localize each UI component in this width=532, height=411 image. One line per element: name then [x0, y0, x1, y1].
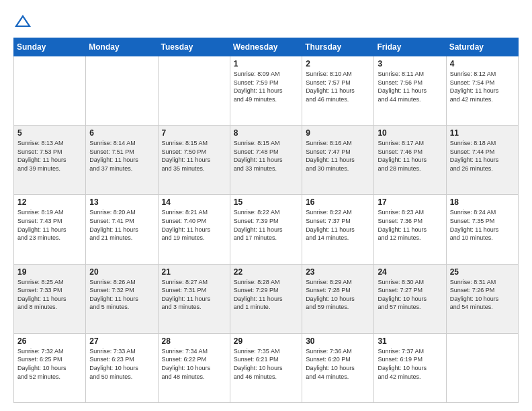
- calendar-day-17: 17Sunrise: 8:23 AM Sunset: 7:36 PM Dayli…: [374, 195, 446, 264]
- weekday-header-thursday: Thursday: [302, 38, 374, 56]
- day-info: Sunrise: 8:22 AM Sunset: 7:37 PM Dayligh…: [306, 208, 370, 242]
- day-info: Sunrise: 8:15 AM Sunset: 7:50 PM Dayligh…: [162, 139, 226, 173]
- day-info: Sunrise: 7:35 AM Sunset: 6:21 PM Dayligh…: [234, 347, 298, 381]
- calendar-table: SundayMondayTuesdayWednesdayThursdayFrid…: [13, 38, 519, 403]
- empty-cell: [158, 56, 230, 126]
- calendar-day-8: 8Sunrise: 8:15 AM Sunset: 7:48 PM Daylig…: [230, 126, 302, 195]
- day-number: 18: [450, 197, 515, 207]
- calendar-week-row-3: 12Sunrise: 8:19 AM Sunset: 7:43 PM Dayli…: [14, 195, 519, 264]
- day-info: Sunrise: 8:09 AM Sunset: 7:59 PM Dayligh…: [234, 70, 298, 103]
- day-info: Sunrise: 8:27 AM Sunset: 7:31 PM Dayligh…: [162, 278, 226, 312]
- day-info: Sunrise: 8:28 AM Sunset: 7:29 PM Dayligh…: [234, 278, 298, 312]
- calendar-day-22: 22Sunrise: 8:28 AM Sunset: 7:29 PM Dayli…: [230, 264, 302, 333]
- weekday-header-monday: Monday: [86, 38, 158, 56]
- logo: [13, 12, 35, 31]
- calendar-day-10: 10Sunrise: 8:17 AM Sunset: 7:46 PM Dayli…: [374, 126, 446, 195]
- day-number: 23: [306, 267, 370, 277]
- day-info: Sunrise: 8:12 AM Sunset: 7:54 PM Dayligh…: [450, 70, 515, 103]
- day-number: 8: [234, 128, 298, 138]
- day-info: Sunrise: 8:10 AM Sunset: 7:57 PM Dayligh…: [306, 70, 370, 103]
- day-number: 9: [306, 128, 370, 138]
- day-info: Sunrise: 8:20 AM Sunset: 7:41 PM Dayligh…: [89, 208, 154, 242]
- calendar-day-16: 16Sunrise: 8:22 AM Sunset: 7:37 PM Dayli…: [302, 195, 374, 264]
- day-info: Sunrise: 8:21 AM Sunset: 7:40 PM Dayligh…: [162, 208, 226, 242]
- day-number: 21: [162, 267, 226, 277]
- calendar-day-28: 28Sunrise: 7:34 AM Sunset: 6:22 PM Dayli…: [158, 333, 230, 402]
- day-info: Sunrise: 8:14 AM Sunset: 7:51 PM Dayligh…: [89, 139, 154, 173]
- day-number: 3: [378, 59, 442, 68]
- day-number: 5: [17, 128, 82, 138]
- day-number: 16: [306, 197, 370, 207]
- day-info: Sunrise: 8:19 AM Sunset: 7:43 PM Dayligh…: [17, 208, 82, 242]
- day-info: Sunrise: 8:13 AM Sunset: 7:53 PM Dayligh…: [17, 139, 82, 173]
- calendar-day-6: 6Sunrise: 8:14 AM Sunset: 7:51 PM Daylig…: [86, 126, 158, 195]
- day-number: 17: [378, 197, 442, 207]
- calendar-day-4: 4Sunrise: 8:12 AM Sunset: 7:54 PM Daylig…: [446, 56, 518, 126]
- day-number: 6: [89, 128, 154, 138]
- day-number: 30: [306, 336, 370, 346]
- day-number: 19: [17, 267, 82, 277]
- calendar-day-21: 21Sunrise: 8:27 AM Sunset: 7:31 PM Dayli…: [158, 264, 230, 333]
- day-info: Sunrise: 8:16 AM Sunset: 7:47 PM Dayligh…: [306, 139, 370, 173]
- day-info: Sunrise: 8:22 AM Sunset: 7:39 PM Dayligh…: [234, 208, 298, 242]
- day-number: 29: [234, 336, 298, 346]
- calendar-day-9: 9Sunrise: 8:16 AM Sunset: 7:47 PM Daylig…: [302, 126, 374, 195]
- day-info: Sunrise: 7:34 AM Sunset: 6:22 PM Dayligh…: [162, 347, 226, 381]
- day-number: 20: [89, 267, 154, 277]
- calendar-day-2: 2Sunrise: 8:10 AM Sunset: 7:57 PM Daylig…: [302, 56, 374, 126]
- day-number: 31: [378, 336, 442, 346]
- weekday-header-saturday: Saturday: [446, 38, 518, 56]
- day-info: Sunrise: 8:18 AM Sunset: 7:44 PM Dayligh…: [450, 139, 515, 173]
- day-number: 15: [234, 197, 298, 207]
- header: [13, 12, 519, 31]
- day-info: Sunrise: 7:32 AM Sunset: 6:25 PM Dayligh…: [17, 347, 82, 381]
- day-number: 2: [306, 59, 370, 68]
- day-info: Sunrise: 8:17 AM Sunset: 7:46 PM Dayligh…: [378, 139, 442, 173]
- calendar-day-14: 14Sunrise: 8:21 AM Sunset: 7:40 PM Dayli…: [158, 195, 230, 264]
- day-info: Sunrise: 8:24 AM Sunset: 7:35 PM Dayligh…: [450, 208, 515, 242]
- day-info: Sunrise: 7:33 AM Sunset: 6:23 PM Dayligh…: [89, 347, 154, 381]
- calendar-day-30: 30Sunrise: 7:36 AM Sunset: 6:20 PM Dayli…: [302, 333, 374, 402]
- day-number: 26: [17, 336, 82, 346]
- day-number: 11: [450, 128, 515, 138]
- calendar-week-row-2: 5Sunrise: 8:13 AM Sunset: 7:53 PM Daylig…: [14, 126, 519, 195]
- day-number: 13: [89, 197, 154, 207]
- day-number: 7: [162, 128, 226, 138]
- day-number: 12: [17, 197, 82, 207]
- day-number: 24: [378, 267, 442, 277]
- calendar-day-25: 25Sunrise: 8:31 AM Sunset: 7:26 PM Dayli…: [446, 264, 518, 333]
- calendar-day-31: 31Sunrise: 7:37 AM Sunset: 6:19 PM Dayli…: [374, 333, 446, 402]
- calendar-day-23: 23Sunrise: 8:29 AM Sunset: 7:28 PM Dayli…: [302, 264, 374, 333]
- day-info: Sunrise: 7:37 AM Sunset: 6:19 PM Dayligh…: [378, 347, 442, 381]
- page: SundayMondayTuesdayWednesdayThursdayFrid…: [0, 0, 532, 411]
- calendar-day-24: 24Sunrise: 8:30 AM Sunset: 7:27 PM Dayli…: [374, 264, 446, 333]
- day-info: Sunrise: 8:26 AM Sunset: 7:32 PM Dayligh…: [89, 278, 154, 312]
- day-number: 28: [162, 336, 226, 346]
- calendar-day-3: 3Sunrise: 8:11 AM Sunset: 7:56 PM Daylig…: [374, 56, 446, 126]
- day-number: 25: [450, 267, 515, 277]
- day-number: 10: [378, 128, 442, 138]
- calendar-day-12: 12Sunrise: 8:19 AM Sunset: 7:43 PM Dayli…: [14, 195, 86, 264]
- calendar-day-27: 27Sunrise: 7:33 AM Sunset: 6:23 PM Dayli…: [86, 333, 158, 402]
- day-info: Sunrise: 8:30 AM Sunset: 7:27 PM Dayligh…: [378, 278, 442, 312]
- calendar-day-5: 5Sunrise: 8:13 AM Sunset: 7:53 PM Daylig…: [14, 126, 86, 195]
- day-number: 1: [234, 59, 298, 68]
- day-number: 14: [162, 197, 226, 207]
- calendar-day-11: 11Sunrise: 8:18 AM Sunset: 7:44 PM Dayli…: [446, 126, 518, 195]
- calendar-week-row-4: 19Sunrise: 8:25 AM Sunset: 7:33 PM Dayli…: [14, 264, 519, 333]
- calendar-week-row-1: 1Sunrise: 8:09 AM Sunset: 7:59 PM Daylig…: [14, 56, 519, 126]
- weekday-header-tuesday: Tuesday: [158, 38, 230, 56]
- day-info: Sunrise: 8:29 AM Sunset: 7:28 PM Dayligh…: [306, 278, 370, 312]
- weekday-header-friday: Friday: [374, 38, 446, 56]
- weekday-header-wednesday: Wednesday: [230, 38, 302, 56]
- calendar-day-15: 15Sunrise: 8:22 AM Sunset: 7:39 PM Dayli…: [230, 195, 302, 264]
- empty-cell: [14, 56, 86, 126]
- day-info: Sunrise: 8:31 AM Sunset: 7:26 PM Dayligh…: [450, 278, 515, 312]
- calendar-day-26: 26Sunrise: 7:32 AM Sunset: 6:25 PM Dayli…: [14, 333, 86, 402]
- weekday-header-sunday: Sunday: [14, 38, 86, 56]
- empty-cell: [446, 333, 518, 402]
- day-number: 27: [89, 336, 154, 346]
- weekday-header-row: SundayMondayTuesdayWednesdayThursdayFrid…: [14, 38, 519, 56]
- day-info: Sunrise: 8:11 AM Sunset: 7:56 PM Dayligh…: [378, 70, 442, 103]
- calendar-day-19: 19Sunrise: 8:25 AM Sunset: 7:33 PM Dayli…: [14, 264, 86, 333]
